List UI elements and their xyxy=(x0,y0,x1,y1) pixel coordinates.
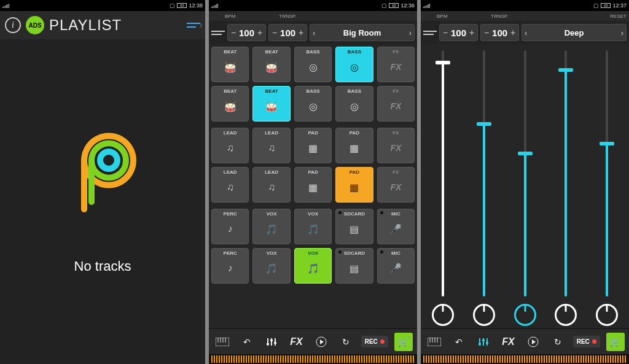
transpose-minus[interactable]: − xyxy=(270,28,279,37)
info-icon[interactable]: i xyxy=(5,17,21,33)
pad-label: BEAT xyxy=(265,88,278,94)
mixer-icon[interactable] xyxy=(474,333,493,351)
footer-toolbar: ↶ FX ↻ REC 🛒 xyxy=(421,328,629,354)
pad-beat[interactable]: BEAT🥁 xyxy=(211,47,249,82)
fader-handle[interactable] xyxy=(518,152,533,155)
cart-button[interactable]: 🛒 xyxy=(606,333,625,351)
pad-label: LEAD xyxy=(265,130,278,136)
record-button[interactable]: REC xyxy=(573,336,600,347)
pad-perc[interactable]: PERC♪ xyxy=(211,248,249,284)
pad-label: PAD xyxy=(350,130,359,136)
fader-handle[interactable] xyxy=(477,122,491,126)
preset-next[interactable]: › xyxy=(621,28,623,37)
bpm-minus[interactable]: − xyxy=(229,28,238,37)
pad-lead[interactable]: LEAD♫ xyxy=(211,167,249,203)
keyboard-icon[interactable] xyxy=(425,333,443,351)
fader-handle[interactable] xyxy=(436,61,450,64)
bpm-minus[interactable]: − xyxy=(441,28,450,37)
undo-icon[interactable]: ↶ xyxy=(238,333,256,351)
pad-lead[interactable]: LEAD♫ xyxy=(252,167,290,203)
pad-bass[interactable]: BASS◎ xyxy=(294,47,332,82)
bpm-plus[interactable]: + xyxy=(256,28,264,37)
menu-icon[interactable] xyxy=(211,31,225,35)
fx-button[interactable]: FX xyxy=(287,333,305,351)
pan-knob[interactable] xyxy=(514,304,536,326)
chevron-right-icon[interactable]: › xyxy=(199,18,203,31)
loop-icon[interactable]: ↻ xyxy=(549,333,567,351)
pad-bass[interactable]: BASS◎ xyxy=(335,86,373,122)
status-bar: ▢ 65 12:37 xyxy=(421,0,629,11)
pad-vox[interactable]: VOX🎵 xyxy=(252,209,290,244)
preset-prev[interactable]: ‹ xyxy=(313,28,315,37)
transpose-minus[interactable]: − xyxy=(482,28,491,37)
fader[interactable] xyxy=(565,50,567,296)
footer-toolbar: ↶ FX ↻ REC 🛒 xyxy=(209,328,417,354)
transpose-plus[interactable]: + xyxy=(297,28,305,37)
pad-mic[interactable]: MIC🎤 xyxy=(377,248,415,284)
play-icon[interactable] xyxy=(524,333,542,351)
fader[interactable] xyxy=(442,50,444,296)
bpm-stepper[interactable]: − 100 + xyxy=(227,24,266,41)
pad-pad[interactable]: PAD▦ xyxy=(335,167,373,203)
bpm-stepper[interactable]: − 100 + xyxy=(439,24,478,41)
menu-icon[interactable] xyxy=(423,31,437,35)
pad-beat[interactable]: BEAT🥁 xyxy=(252,47,290,82)
pad-pad[interactable]: PAD▦ xyxy=(294,167,332,203)
cart-button[interactable]: 🛒 xyxy=(394,333,413,351)
pad-bass[interactable]: BASS◎ xyxy=(335,47,373,82)
pad-vox[interactable]: VOX🎵 xyxy=(294,248,332,284)
pad-pad[interactable]: PAD▦ xyxy=(335,128,373,163)
keyboard-icon[interactable] xyxy=(213,333,232,351)
vox-icon: 🎵 xyxy=(265,263,278,274)
bpm-label: BPM xyxy=(225,14,235,19)
pad-fx[interactable]: FXFX xyxy=(377,86,415,122)
pad-lead[interactable]: LEAD♫ xyxy=(211,128,249,163)
preset-prev[interactable]: ‹ xyxy=(525,28,527,37)
pad-vox[interactable]: VOX🎵 xyxy=(252,248,290,284)
preset-next[interactable]: › xyxy=(409,28,412,37)
pad-vox[interactable]: VOX🎵 xyxy=(294,209,332,244)
target-icon: ◎ xyxy=(309,61,318,73)
pad-fx[interactable]: FXFX xyxy=(377,128,415,163)
pan-knob[interactable] xyxy=(473,304,495,326)
fader[interactable] xyxy=(483,50,485,296)
fader[interactable] xyxy=(524,50,526,296)
menu-icon[interactable] xyxy=(187,23,200,28)
pad-sdcard[interactable]: SDCARD▤ xyxy=(335,248,373,284)
pad-bass[interactable]: BASS◎ xyxy=(294,86,332,122)
transpose-stepper[interactable]: − 100 + xyxy=(480,24,519,41)
pad-mic[interactable]: MIC🎤 xyxy=(377,209,415,244)
ads-badge[interactable]: ADS xyxy=(26,16,44,34)
bpm-plus[interactable]: + xyxy=(467,28,476,37)
pad-sdcard[interactable]: SDCARD▤ xyxy=(335,209,373,244)
pan-knob[interactable] xyxy=(555,304,577,326)
pad-pad[interactable]: PAD▦ xyxy=(294,128,332,163)
fader[interactable] xyxy=(606,50,608,296)
signal-icon xyxy=(211,3,218,8)
target-icon: ◎ xyxy=(350,101,359,112)
record-button[interactable]: REC xyxy=(361,336,388,347)
preset-selector[interactable]: ‹ Deep › xyxy=(522,24,627,41)
pan-knob[interactable] xyxy=(432,304,454,326)
pan-knob[interactable] xyxy=(596,304,618,326)
preset-selector[interactable]: ‹ Big Room › xyxy=(310,24,415,41)
pad-label: BASS xyxy=(306,49,319,55)
pad-label: BASS xyxy=(348,49,361,55)
pad-beat[interactable]: BEAT🥁 xyxy=(211,86,249,122)
pad-lead[interactable]: LEAD♫ xyxy=(252,128,290,163)
transpose-stepper[interactable]: − 100 + xyxy=(268,24,307,41)
mixer-icon[interactable] xyxy=(262,333,281,351)
pad-perc[interactable]: PERC♪ xyxy=(211,209,249,244)
fader-handle[interactable] xyxy=(558,68,573,72)
fx-button[interactable]: FX xyxy=(499,333,517,351)
pad-fx[interactable]: FXFX xyxy=(377,47,415,82)
pad-beat[interactable]: BEAT🥁 xyxy=(252,86,290,122)
fader-handle[interactable] xyxy=(600,142,614,145)
target-icon: ◎ xyxy=(350,61,359,73)
pad-fx[interactable]: FXFX xyxy=(377,167,415,203)
transpose-plus[interactable]: + xyxy=(509,28,517,37)
play-icon[interactable] xyxy=(312,333,330,351)
playlist-header: i ADS PLAYLIST xyxy=(0,11,205,39)
loop-icon[interactable]: ↻ xyxy=(337,333,355,351)
undo-icon[interactable]: ↶ xyxy=(450,333,468,351)
